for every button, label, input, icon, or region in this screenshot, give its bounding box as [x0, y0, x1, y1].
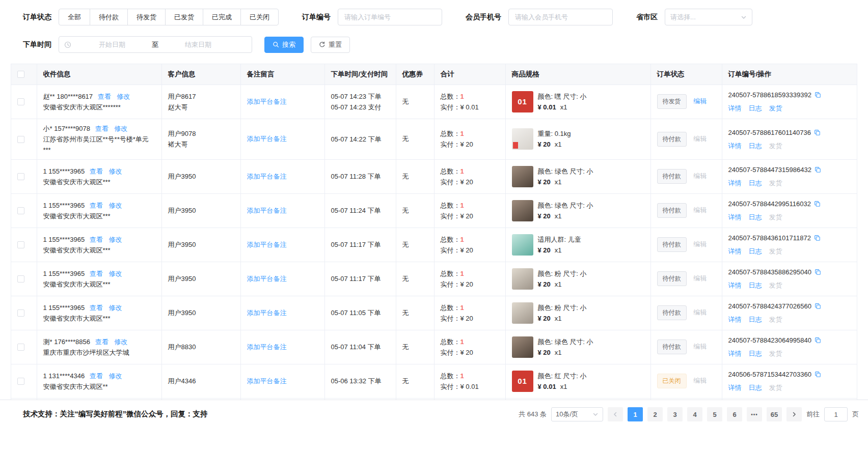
status-tab-unpaid[interactable]: 待付款	[90, 9, 128, 25]
ship-link[interactable]: 发货	[769, 212, 782, 222]
add-note-link[interactable]: 添加平台备注	[247, 207, 287, 214]
goto-page-input[interactable]	[824, 407, 848, 421]
add-note-link[interactable]: 添加平台备注	[247, 241, 287, 248]
detail-link[interactable]: 详情	[728, 382, 742, 393]
modify-recipient-link[interactable]: 修改	[117, 93, 130, 100]
status-tab-shipped[interactable]: 已发货	[165, 9, 203, 25]
row-checkbox[interactable]	[17, 207, 24, 214]
detail-link[interactable]: 详情	[728, 140, 742, 151]
page-button-2[interactable]: 2	[647, 407, 663, 421]
row-checkbox[interactable]	[17, 241, 24, 248]
copy-icon[interactable]	[815, 337, 821, 344]
page-more-button[interactable]: •••	[747, 407, 762, 421]
row-checkbox[interactable]	[17, 344, 24, 351]
view-recipient-link[interactable]: 查看	[95, 338, 108, 346]
detail-link[interactable]: 详情	[728, 246, 742, 257]
edit-order-link[interactable]: 编辑	[693, 308, 707, 316]
region-select[interactable]: 请选择...	[665, 9, 752, 25]
page-button-4[interactable]: 4	[687, 407, 702, 421]
page-button-last[interactable]: 65	[767, 407, 782, 421]
add-note-link[interactable]: 添加平台备注	[247, 173, 287, 180]
log-link[interactable]: 日志	[749, 103, 762, 114]
copy-icon[interactable]	[815, 371, 821, 378]
status-tab-closed[interactable]: 已关闭	[240, 9, 279, 25]
row-checkbox[interactable]	[17, 173, 24, 180]
row-checkbox[interactable]	[17, 275, 24, 282]
row-checkbox[interactable]	[17, 136, 24, 143]
ship-link[interactable]: 发货	[769, 103, 782, 114]
page-button-5[interactable]: 5	[707, 407, 722, 421]
edit-order-link[interactable]: 编辑	[693, 97, 707, 105]
row-checkbox[interactable]	[17, 309, 24, 317]
copy-icon[interactable]	[814, 201, 821, 207]
ship-link[interactable]: 发货	[769, 348, 782, 359]
row-checkbox[interactable]	[17, 98, 24, 105]
date-range-picker[interactable]: 至	[59, 36, 252, 53]
select-all-checkbox[interactable]	[17, 71, 24, 78]
date-end-input[interactable]	[160, 40, 236, 49]
detail-link[interactable]: 详情	[728, 348, 742, 359]
detail-link[interactable]: 详情	[728, 314, 742, 325]
detail-link[interactable]: 详情	[728, 178, 742, 188]
modify-recipient-link[interactable]: 修改	[108, 202, 122, 209]
view-recipient-link[interactable]: 查看	[90, 304, 103, 312]
page-button-3[interactable]: 3	[667, 407, 683, 421]
page-prev-button[interactable]	[608, 407, 623, 421]
view-recipient-link[interactable]: 查看	[90, 236, 103, 243]
copy-icon[interactable]	[814, 129, 821, 136]
ship-link[interactable]: 发货	[769, 280, 782, 291]
page-size-select[interactable]: 10条/页	[551, 407, 603, 421]
detail-link[interactable]: 详情	[728, 212, 742, 222]
page-button-1[interactable]: 1	[628, 407, 643, 421]
view-recipient-link[interactable]: 查看	[90, 167, 103, 175]
page-button-6[interactable]: 6	[727, 407, 742, 421]
modify-recipient-link[interactable]: 修改	[114, 338, 127, 346]
date-start-input[interactable]	[74, 40, 150, 49]
add-note-link[interactable]: 添加平台备注	[247, 275, 287, 282]
add-note-link[interactable]: 添加平台备注	[247, 377, 287, 385]
reset-button[interactable]: 重置	[311, 37, 350, 53]
edit-order-link[interactable]: 编辑	[693, 135, 707, 143]
view-recipient-link[interactable]: 查看	[90, 372, 103, 380]
view-recipient-link[interactable]: 查看	[90, 270, 103, 277]
view-recipient-link[interactable]: 查看	[95, 125, 108, 132]
copy-icon[interactable]	[815, 166, 821, 173]
copy-icon[interactable]	[814, 235, 821, 241]
detail-link[interactable]: 详情	[728, 280, 742, 291]
add-note-link[interactable]: 添加平台备注	[247, 309, 287, 317]
row-checkbox[interactable]	[17, 378, 24, 385]
modify-recipient-link[interactable]: 修改	[108, 167, 122, 175]
edit-order-link[interactable]: 编辑	[693, 172, 707, 180]
add-note-link[interactable]: 添加平台备注	[247, 343, 287, 351]
phone-input[interactable]	[508, 9, 613, 25]
modify-recipient-link[interactable]: 修改	[108, 270, 122, 277]
view-recipient-link[interactable]: 查看	[98, 93, 111, 100]
edit-order-link[interactable]: 编辑	[693, 274, 707, 282]
status-tab-completed[interactable]: 已完成	[203, 9, 241, 25]
add-note-link[interactable]: 添加平台备注	[247, 98, 287, 105]
ship-link[interactable]: 发货	[769, 178, 782, 188]
add-note-link[interactable]: 添加平台备注	[247, 135, 287, 143]
copy-icon[interactable]	[815, 269, 821, 275]
edit-order-link[interactable]: 编辑	[693, 377, 707, 384]
log-link[interactable]: 日志	[749, 140, 762, 151]
search-button[interactable]: 搜索	[264, 37, 304, 53]
status-tab-all[interactable]: 全部	[59, 9, 90, 25]
edit-order-link[interactable]: 编辑	[693, 206, 707, 214]
log-link[interactable]: 日志	[749, 348, 762, 359]
view-recipient-link[interactable]: 查看	[90, 202, 103, 209]
ship-link[interactable]: 发货	[769, 246, 782, 257]
log-link[interactable]: 日志	[749, 382, 762, 393]
modify-recipient-link[interactable]: 修改	[108, 372, 122, 380]
ship-link[interactable]: 发货	[769, 382, 782, 393]
ship-link[interactable]: 发货	[769, 140, 782, 151]
log-link[interactable]: 日志	[749, 280, 762, 291]
log-link[interactable]: 日志	[749, 246, 762, 257]
order-no-input[interactable]	[338, 9, 442, 25]
edit-order-link[interactable]: 编辑	[693, 240, 707, 248]
page-next-button[interactable]	[786, 407, 802, 421]
edit-order-link[interactable]: 编辑	[693, 343, 707, 350]
copy-icon[interactable]	[815, 92, 821, 98]
copy-icon[interactable]	[815, 303, 821, 309]
status-tab-to-ship[interactable]: 待发货	[127, 9, 166, 25]
